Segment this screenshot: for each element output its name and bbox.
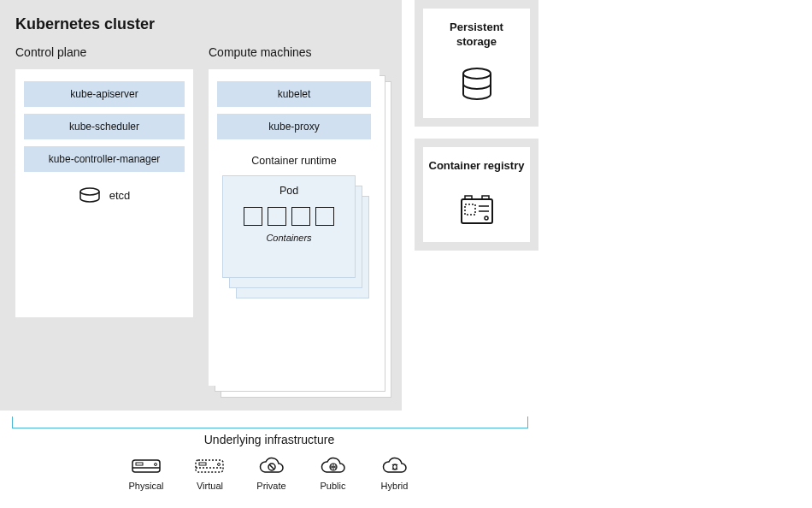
underlying-infrastructure: Underlying infrastructure Physical Virtu… — [0, 433, 538, 491]
svg-rect-9 — [132, 460, 160, 472]
database-icon — [456, 65, 497, 106]
control-plane-column: Control plane kube-apiserver kube-schedu… — [15, 45, 193, 394]
container-box — [268, 207, 286, 226]
etcd-label: etcd — [109, 189, 131, 202]
svg-rect-13 — [196, 460, 223, 472]
compute-panel: kubelet kube-proxy Container runtime Pod — [209, 69, 380, 386]
svg-rect-15 — [199, 463, 206, 465]
control-plane-panel: kube-apiserver kube-scheduler kube-contr… — [15, 69, 193, 317]
infra-item-private: Private — [256, 455, 286, 491]
etcd-row: etcd — [24, 187, 185, 203]
registry-icon — [456, 189, 497, 230]
pod-title: Pod — [232, 185, 346, 197]
control-plane-title: Control plane — [15, 45, 193, 59]
infra-title: Underlying infrastructure — [0, 433, 538, 446]
svg-point-16 — [218, 464, 221, 466]
container-box — [291, 207, 310, 226]
infra-label: Private — [256, 481, 285, 491]
svg-rect-5 — [465, 204, 475, 215]
container-box — [315, 207, 334, 226]
infra-item-virtual: Virtual — [194, 455, 225, 491]
infra-item-physical: Physical — [129, 455, 164, 491]
component-kube-controller-manager: kube-controller-manager — [24, 146, 185, 172]
compute-machines-column: Compute machines kubelet kube-proxy Cont… — [209, 45, 386, 394]
svg-point-8 — [485, 216, 488, 220]
private-cloud-icon — [256, 455, 286, 477]
hybrid-cloud-icon — [379, 455, 409, 477]
svg-rect-3 — [465, 196, 472, 199]
public-cloud-icon — [317, 455, 348, 477]
container-box — [244, 207, 262, 226]
infra-item-public: Public — [317, 455, 348, 491]
compute-machines-title: Compute machines — [209, 45, 386, 59]
container-row — [232, 207, 346, 226]
persistent-storage-title: Persistent storage — [428, 21, 525, 50]
infra-label: Physical — [129, 481, 164, 491]
svg-point-1 — [463, 68, 491, 79]
virtual-icon — [194, 455, 225, 477]
container-registry-box: Container registry — [415, 139, 538, 251]
persistent-storage-box: Persistent storage — [415, 0, 538, 127]
svg-rect-11 — [136, 463, 143, 465]
kubernetes-cluster: Kubernetes cluster Control plane kube-ap… — [0, 0, 402, 411]
pod-panel: Pod Containers — [222, 175, 356, 278]
container-runtime-title: Container runtime — [217, 155, 371, 167]
infra-bracket — [12, 416, 528, 428]
infra-label: Public — [321, 481, 346, 491]
component-kube-scheduler: kube-scheduler — [24, 114, 185, 139]
svg-point-0 — [80, 188, 99, 195]
etcd-icon — [79, 187, 101, 203]
component-kubelet: kubelet — [217, 81, 371, 107]
infra-item-hybrid: Hybrid — [379, 455, 409, 491]
component-kube-apiserver: kube-apiserver — [24, 81, 185, 107]
container-registry-title: Container registry — [428, 159, 525, 174]
physical-icon — [131, 455, 162, 477]
svg-rect-4 — [482, 196, 489, 199]
svg-point-12 — [155, 464, 157, 466]
svg-line-18 — [269, 464, 274, 470]
cluster-title: Kubernetes cluster — [15, 15, 386, 33]
component-kube-proxy: kube-proxy — [217, 114, 371, 139]
infra-label: Virtual — [197, 481, 223, 491]
containers-label: Containers — [232, 233, 346, 243]
infra-label: Hybrid — [381, 481, 409, 491]
